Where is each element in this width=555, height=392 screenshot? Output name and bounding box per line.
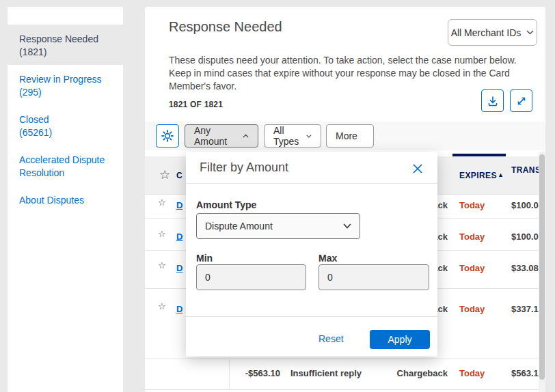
favorite-star-icon[interactable]: ☆ (158, 197, 166, 208)
sort-ascending-icon: ▲ (498, 171, 504, 178)
sidebar-item-count: (295) (19, 86, 111, 99)
sidebar-item-about-disputes[interactable]: About Disputes (19, 194, 111, 207)
close-button[interactable] (411, 163, 424, 175)
cell-expires: Today (459, 232, 485, 242)
cell-reason: Insufficient reply (290, 368, 362, 378)
row-divider (145, 389, 539, 390)
cell-dispute-amount: -$563.10 (205, 368, 280, 378)
case-number-link[interactable]: D (176, 200, 182, 210)
filter-label: Any Amount (194, 125, 236, 147)
amount-type-select-value: Dispute Amount (205, 221, 273, 232)
filter-label: More (336, 130, 357, 141)
sidebar-item-count: (1821) (19, 46, 116, 59)
close-icon (413, 164, 422, 173)
sidebar-item-count: (65261) (19, 126, 111, 139)
case-number-link[interactable]: D (176, 232, 182, 242)
merchant-id-dropdown-value: All Merchant IDs (451, 27, 522, 38)
case-number-link[interactable]: D (176, 304, 182, 314)
max-amount-input[interactable] (319, 264, 429, 290)
favorite-star-icon[interactable]: ☆ (158, 229, 166, 239)
vertical-scrollbar-thumb[interactable] (539, 154, 545, 380)
amount-type-label: Amount Type (196, 199, 256, 210)
sidebar-item-review-in-progress[interactable]: Review in Progress (295) (19, 73, 111, 99)
case-number-link[interactable]: D (176, 263, 182, 273)
sidebar-item-label: Response Needed (19, 33, 116, 46)
cell-trans-amount: $563.1 (511, 368, 539, 378)
sorted-column-indicator (452, 154, 506, 156)
table-row[interactable]: -$563.10 Insufficient reply Chargeback T… (145, 367, 539, 382)
filter-label: All Types (273, 125, 300, 147)
modal-divider (186, 316, 437, 317)
sidebar-item-label: Closed (19, 113, 111, 126)
reset-button[interactable]: Reset (319, 333, 344, 344)
expand-icon (515, 95, 528, 107)
chevron-down-icon (343, 223, 351, 229)
filter-settings-button[interactable] (156, 124, 179, 148)
cell-trans-amount: $100.0 (511, 200, 539, 210)
chevron-up-icon (243, 134, 249, 139)
modal-title: Filter by Amount (200, 160, 288, 175)
cell-expires: Today (459, 368, 485, 378)
cell-trans-amount: $33.08 (511, 263, 539, 273)
cell-expires: Today (459, 200, 485, 210)
trans-amount-column-header[interactable]: TRANS AMOUNT (511, 165, 539, 176)
cell-expires: Today (459, 304, 485, 314)
merchant-id-dropdown[interactable]: All Merchant IDs (448, 19, 537, 46)
favorite-star-icon[interactable]: ☆ (158, 301, 166, 311)
chevron-down-icon (526, 30, 534, 35)
expand-button[interactable] (510, 89, 532, 112)
cell-dispute-type: Chargeback (386, 368, 448, 378)
column-divider (229, 359, 230, 389)
cell-expires: Today (459, 263, 485, 273)
sidebar-item-label: Review in Progress (19, 73, 111, 86)
max-label: Max (319, 253, 337, 264)
cell-trans-amount: $100.0 (511, 232, 539, 242)
sidebar-item-accelerated-dispute-resolution[interactable]: Accelerated Dispute Resolution (19, 154, 111, 180)
modal-divider (186, 183, 437, 184)
sidebar-item-closed[interactable]: Closed (65261) (19, 113, 111, 139)
star-column-header-icon: ☆ (159, 167, 171, 182)
apply-button[interactable]: Apply (370, 330, 430, 349)
page-title: Response Needed (169, 19, 282, 35)
filter-any-amount-button[interactable]: Any Amount (185, 124, 258, 148)
sidebar-item-label: Accelerated Dispute Resolution (19, 154, 111, 180)
expires-column-header[interactable]: EXPIRES (459, 171, 497, 180)
results-count: 1821 OF 1821 (169, 100, 223, 109)
gear-icon (161, 129, 174, 143)
sidebar-item-response-needed[interactable]: Response Needed (1821) (19, 33, 116, 59)
download-icon (487, 95, 499, 107)
chevron-down-icon (306, 134, 312, 139)
case-column-header[interactable]: C (176, 171, 182, 180)
sidebar-header-placeholder (8, 7, 123, 25)
row-divider (145, 359, 539, 359)
filter-all-types-button[interactable]: All Types (264, 124, 321, 148)
min-label: Min (196, 253, 213, 264)
page-description: These disputes need your attention. To t… (169, 54, 538, 93)
chevron-down-icon (364, 134, 364, 139)
sidebar-item-label: About Disputes (19, 194, 111, 207)
min-amount-input[interactable] (196, 264, 306, 290)
filter-by-amount-modal: Filter by Amount Amount Type Dispute Amo… (186, 152, 437, 356)
download-button[interactable] (481, 89, 504, 112)
favorite-star-icon[interactable]: ☆ (158, 260, 166, 270)
amount-type-select[interactable]: Dispute Amount (196, 213, 360, 239)
filter-more-button[interactable]: More (326, 124, 374, 148)
cell-trans-amount: $337.1 (511, 304, 539, 314)
